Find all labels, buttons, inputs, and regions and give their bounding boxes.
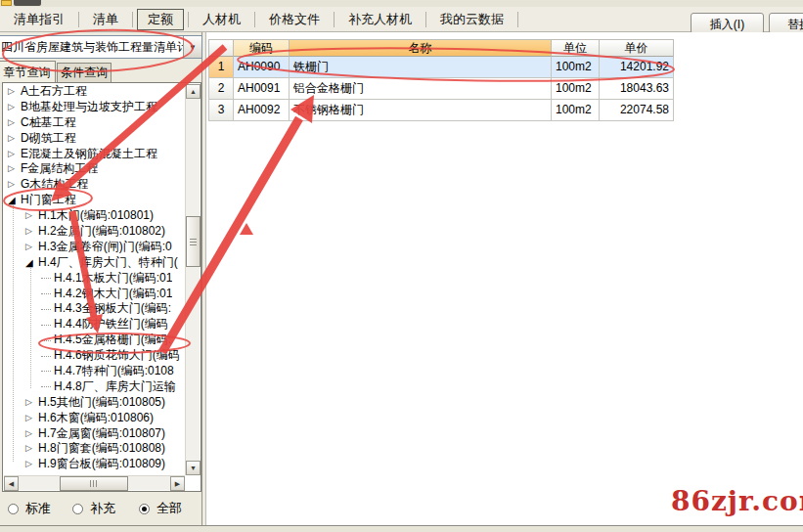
top-tab-2[interactable]: 清单 <box>79 8 132 31</box>
tree-item[interactable]: ▷H.8门窗套(编码:010808) <box>4 441 185 457</box>
cell-name[interactable]: 不锈钢格栅门 <box>290 100 552 121</box>
expand-icon[interactable]: ▷ <box>25 208 38 224</box>
tree-item[interactable]: ▷H.9窗台板(编码:010809) <box>4 457 185 472</box>
tree-item[interactable]: H.4.5金属格栅门(编码: <box>4 332 185 348</box>
collapse-icon[interactable]: ◢ <box>8 193 21 208</box>
cell-price[interactable]: 22074.58 <box>600 100 674 121</box>
col-header-code[interactable]: 编码 <box>234 39 290 57</box>
tree-item[interactable]: ▷H.1木门(编码:010801) <box>4 208 185 224</box>
scroll-up-icon[interactable]: ▲ <box>186 84 201 99</box>
top-tab-1[interactable]: 清单指引 <box>0 8 78 31</box>
chevron-down-icon[interactable]: ▼ <box>183 36 201 58</box>
radio-label: 标准 <box>25 500 51 517</box>
cell-unit[interactable]: 100m2 <box>552 78 600 100</box>
col-header-name[interactable]: 名称 <box>290 39 552 57</box>
tree-item[interactable]: ▷B地基处理与边坡支护工程 <box>4 100 185 115</box>
radio-label: 全部 <box>156 500 182 517</box>
tree-item[interactable]: H.4.7特种门(编码:0108 <box>4 364 185 379</box>
tree-item[interactable]: ▷H.6木窗(编码:010806) <box>4 411 185 426</box>
tree-item-label: H.5其他门(编码:010805) <box>38 395 165 411</box>
tree-item[interactable]: ▷H.3金属卷帘(闸)门(编码:0 <box>4 240 185 255</box>
cell-num[interactable]: 1 <box>208 57 234 78</box>
tree-item[interactable]: ◢H.4厂、库房大门、特种门( <box>4 255 185 271</box>
tree-item[interactable]: ▷H.5其他门(编码:010805) <box>4 395 185 411</box>
cell-price[interactable]: 18043.63 <box>600 78 674 100</box>
tree-item[interactable]: H.4.2钢木大门(编码:01 <box>4 287 185 302</box>
top-tab-4[interactable]: 人材机 <box>189 8 254 31</box>
app-icon <box>1 0 12 6</box>
cell-num[interactable]: 2 <box>208 78 234 100</box>
radio-option-2[interactable]: 补充 <box>72 500 115 517</box>
expand-icon[interactable]: ▷ <box>8 177 21 193</box>
tree-item[interactable]: H.4.3全钢板大门(编码: <box>4 301 185 317</box>
expand-icon[interactable]: ▷ <box>25 411 38 426</box>
tree-item[interactable]: H.4.4防护铁丝门(编码 <box>4 317 185 332</box>
tab-chapter-query[interactable]: 章节查询 <box>0 61 56 82</box>
collapse-icon[interactable]: ◢ <box>25 255 38 271</box>
cell-code[interactable]: AH0091 <box>234 78 290 100</box>
col-header-unit[interactable]: 单位 <box>552 39 600 57</box>
table-row[interactable]: 3AH0092不锈钢格栅门100m222074.58 <box>208 100 674 121</box>
expand-icon[interactable]: ▷ <box>8 100 21 115</box>
expand-icon[interactable]: ▷ <box>8 115 21 131</box>
cell-code[interactable]: AH0090 <box>234 57 290 78</box>
tree-item-label: H.7金属窗(编码:010807) <box>38 426 165 442</box>
radio-option-1[interactable]: 标准 <box>8 500 51 517</box>
tree-item[interactable]: H.4.6钢质花饰大门(编码 <box>4 348 185 364</box>
radio-option-3[interactable]: 全部 <box>139 500 182 517</box>
cell-name[interactable]: 铝合金格栅门 <box>290 78 552 100</box>
tree-horizontal-scrollbar[interactable]: ◀ ▶ <box>4 475 185 490</box>
tree-item[interactable]: ▷A土石方工程 <box>4 84 185 100</box>
top-tab-6[interactable]: 补充人材机 <box>335 8 425 31</box>
tree-item-label: H.4厂、库房大门、特种门( <box>38 255 178 271</box>
tree-item[interactable]: ◢H门窗工程 <box>4 193 185 208</box>
col-header-price[interactable]: 单价 <box>600 39 674 57</box>
table-row[interactable]: 1AH0090铁栅门100m214201.92 <box>208 57 674 78</box>
horizontal-scroll-thumb[interactable] <box>60 476 128 491</box>
insert-button[interactable]: 插入(I) <box>691 13 764 34</box>
scroll-down-icon[interactable]: ▼ <box>186 461 201 475</box>
vertical-scroll-thumb[interactable] <box>186 216 201 267</box>
tree-item-label: A土石方工程 <box>21 84 87 100</box>
quota-library-dropdown[interactable]: 四川省房屋建筑与装饰工程量清单计 ▼ <box>0 35 202 59</box>
scroll-right-icon[interactable]: ▶ <box>170 476 185 491</box>
replace-button[interactable]: 替换 <box>769 13 803 34</box>
expand-icon[interactable]: ▷ <box>8 84 21 100</box>
tree-vertical-scrollbar[interactable]: ▲ ▼ <box>185 84 200 475</box>
top-tab-7[interactable]: 我的云数据 <box>426 8 517 31</box>
expand-icon[interactable]: ▷ <box>8 131 21 147</box>
tree-item-label: H.4.2钢木大门(编码:01 <box>54 287 172 302</box>
tree-item[interactable]: ▷H.2金属门(编码:010802) <box>4 224 185 240</box>
cell-unit[interactable]: 100m2 <box>552 100 600 121</box>
radio-circle-icon <box>72 504 83 514</box>
tree-item[interactable]: ▷C桩基工程 <box>4 115 185 131</box>
expand-icon[interactable]: ▷ <box>8 161 21 177</box>
cell-price[interactable]: 14201.92 <box>600 57 674 78</box>
expand-icon[interactable]: ▷ <box>25 224 38 240</box>
tree-item[interactable]: ▷G木结构工程 <box>4 177 185 193</box>
expand-icon[interactable]: ▷ <box>25 395 38 411</box>
scroll-left-icon[interactable]: ◀ <box>4 476 19 491</box>
tree-item[interactable]: ▷D砌筑工程 <box>4 131 185 147</box>
cell-num[interactable]: 3 <box>208 100 234 121</box>
expand-icon[interactable]: ▷ <box>25 441 38 457</box>
expand-icon[interactable]: ▷ <box>25 426 38 442</box>
col-header-rownum[interactable] <box>208 39 234 57</box>
table-row[interactable]: 2AH0091铝合金格栅门100m218043.63 <box>208 78 674 100</box>
expand-icon[interactable]: ▷ <box>8 147 21 162</box>
cell-code[interactable]: AH0092 <box>234 100 290 121</box>
expand-icon[interactable]: ▷ <box>25 457 38 472</box>
cell-unit[interactable]: 100m2 <box>552 57 600 78</box>
tree-item[interactable]: ▷E混凝土及钢筋混凝土工程 <box>4 147 185 162</box>
top-tab-3[interactable]: 定额 <box>137 9 184 30</box>
cell-name[interactable]: 铁栅门 <box>290 57 552 78</box>
top-tab-bar: 清单指引清单定额人材机价格文件补充人材机我的云数据 <box>0 7 803 32</box>
tab-condition-query[interactable]: 条件查询 <box>57 63 112 82</box>
tree-item[interactable]: H.4.8厂、库房大门运输 <box>4 379 185 395</box>
tree-item[interactable]: H.4.1木板大门(编码:01 <box>4 271 185 287</box>
expand-icon[interactable]: ▷ <box>25 240 38 255</box>
tree-item-label: G木结构工程 <box>21 177 88 193</box>
top-tab-5[interactable]: 价格文件 <box>255 8 334 31</box>
tree-item[interactable]: ▷H.7金属窗(编码:010807) <box>4 426 185 442</box>
tree-item[interactable]: ▷F金属结构工程 <box>4 161 185 177</box>
